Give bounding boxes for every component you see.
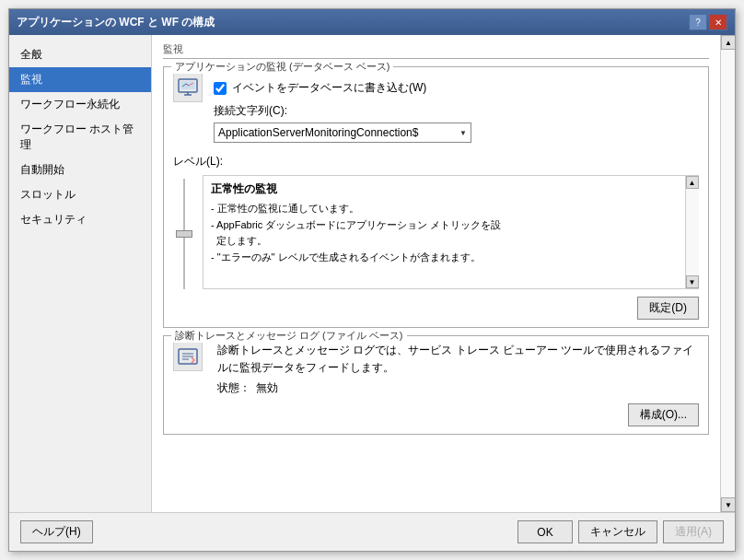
monitor-icon-box xyxy=(173,73,203,102)
level-scrollbar: ▲ ▼ xyxy=(685,176,698,288)
dropdown-arrow-icon: ▼ xyxy=(459,129,467,137)
level-content: 正常性の監視 - 正常性の監視に通しています。 - AppFabric ダッシュ… xyxy=(173,175,699,289)
level-scroll-track xyxy=(686,189,699,275)
level-description: 正常性の監視 - 正常性の監視に通しています。 - AppFabric ダッシュ… xyxy=(203,175,699,289)
main-with-scroll: 監視 アプリケーションの監視 (データベース ベース) xyxy=(152,35,735,512)
sidebar-item-general[interactable]: 全般 xyxy=(9,42,151,67)
group2-title: 診断トレースとメッセージ ログ (ファイル ベース) xyxy=(171,329,407,343)
group1-form: イベントをデータベースに書き込む(W) 接続文字列(C): Applicatio… xyxy=(214,73,699,150)
outer-scrollbar: ▲ ▼ xyxy=(720,35,735,512)
group2-box: 診断トレースとメッセージ ログ (ファイル ベース) xyxy=(163,335,709,435)
diag-text-section: 診断トレースとメッセージ ログでは、サービス トレース ビューアー ツールで使用… xyxy=(217,342,699,396)
sidebar-item-auto-start[interactable]: 自動開始 xyxy=(9,158,151,182)
diag-icon-box xyxy=(173,342,203,371)
group1-icon-section: イベントをデータベースに書き込む(W) 接続文字列(C): Applicatio… xyxy=(173,73,699,150)
help-title-button[interactable]: ? xyxy=(689,14,707,30)
config-btn-row: 構成(O)... xyxy=(173,403,699,426)
content-area: 全般 監視 ワークフロー永続化 ワークフロー ホスト管理 自動開始 スロットル … xyxy=(9,35,735,512)
checkbox-row: イベントをデータベースに書き込む(W) xyxy=(214,80,699,96)
section-label: 監視 xyxy=(163,42,709,59)
connection-value: ApplicationServerMonitoringConnection$ xyxy=(218,126,418,139)
slider-thumb[interactable] xyxy=(176,230,192,238)
main-window: アプリケーションの WCF と WF の構成 ? ✕ 全般 監視 ワークフロー永… xyxy=(8,8,736,552)
level-desc-line-1: - 正常性の監視に通しています。 xyxy=(211,201,691,217)
diag-icon-row: 診断トレースとメッセージ ログでは、サービス トレース ビューアー ツールで使用… xyxy=(173,342,699,396)
apply-button[interactable]: 適用(A) xyxy=(663,520,724,543)
level-scroll-up[interactable]: ▲ xyxy=(686,176,699,189)
sidebar-item-workflow-persist[interactable]: ワークフロー永続化 xyxy=(9,92,151,117)
level-section: レベル(L): 正常性の監視 - 正常性の監視に通しています。 - AppFab… xyxy=(173,154,699,289)
outer-scroll-down[interactable]: ▼ xyxy=(721,497,735,512)
config-button[interactable]: 構成(O)... xyxy=(628,403,699,426)
help-button[interactable]: ヘルプ(H) xyxy=(20,520,93,543)
level-desc-line-4: - "エラーのみ" レベルで生成されるイベントが含まれます。 xyxy=(211,250,691,266)
connection-dropdown[interactable]: ApplicationServerMonitoringConnection$ ▼ xyxy=(214,122,471,143)
status-label: 状態： xyxy=(217,380,250,396)
outer-scroll-up[interactable]: ▲ xyxy=(721,35,735,50)
write-db-checkbox[interactable] xyxy=(214,82,227,95)
close-button[interactable]: ✕ xyxy=(709,14,727,30)
level-label: レベル(L): xyxy=(173,154,699,169)
sidebar-item-workflow-host[interactable]: ワークフロー ホスト管理 xyxy=(9,117,151,158)
monitor-icon xyxy=(177,76,199,99)
window-title: アプリケーションの WCF と WF の構成 xyxy=(17,15,215,30)
sidebar-item-monitor[interactable]: 監視 xyxy=(9,67,151,92)
bottom-bar: ヘルプ(H) OK キャンセル 適用(A) xyxy=(9,512,735,551)
dropdown-row: ApplicationServerMonitoringConnection$ ▼ xyxy=(214,122,699,143)
group1-box: アプリケーションの監視 (データベース ベース) xyxy=(163,66,709,328)
main-panel: 監視 アプリケーションの監視 (データベース ベース) xyxy=(152,35,720,512)
level-desc-line-2: - AppFabric ダッシュボードにアプリケーション メトリックを設 xyxy=(211,217,691,234)
outer-scroll-track xyxy=(721,50,735,497)
status-row: 状態： 無効 xyxy=(217,380,699,396)
slider-track[interactable] xyxy=(183,179,185,289)
sidebar-item-throttle[interactable]: スロットル xyxy=(9,182,151,207)
title-bar: アプリケーションの WCF と WF の構成 ? ✕ xyxy=(9,9,735,35)
connection-label: 接続文字列(C): xyxy=(214,103,699,119)
sidebar-item-security[interactable]: セキュリティ xyxy=(9,207,151,232)
diag-desc: 診断トレースとメッセージ ログでは、サービス トレース ビューアー ツールで使用… xyxy=(217,342,699,377)
sidebar: 全般 監視 ワークフロー永続化 ワークフロー ホスト管理 自動開始 スロットル … xyxy=(9,35,152,512)
default-button[interactable]: 既定(D) xyxy=(637,297,699,320)
bottom-right-buttons: OK キャンセル 適用(A) xyxy=(517,520,724,543)
status-value: 無効 xyxy=(256,380,278,396)
title-bar-buttons: ? ✕ xyxy=(689,14,727,30)
cancel-button[interactable]: キャンセル xyxy=(578,520,657,543)
diag-icon xyxy=(177,345,199,368)
checkbox-label: イベントをデータベースに書き込む(W) xyxy=(232,80,426,96)
level-title: 正常性の監視 xyxy=(211,181,691,197)
slider-container xyxy=(173,175,195,289)
level-scroll-down[interactable]: ▼ xyxy=(686,275,699,288)
default-btn-row: 既定(D) xyxy=(173,297,699,320)
level-desc-line-3: 定します。 xyxy=(211,233,691,250)
group1-title: アプリケーションの監視 (データベース ベース) xyxy=(171,60,393,74)
ok-button[interactable]: OK xyxy=(517,520,573,543)
